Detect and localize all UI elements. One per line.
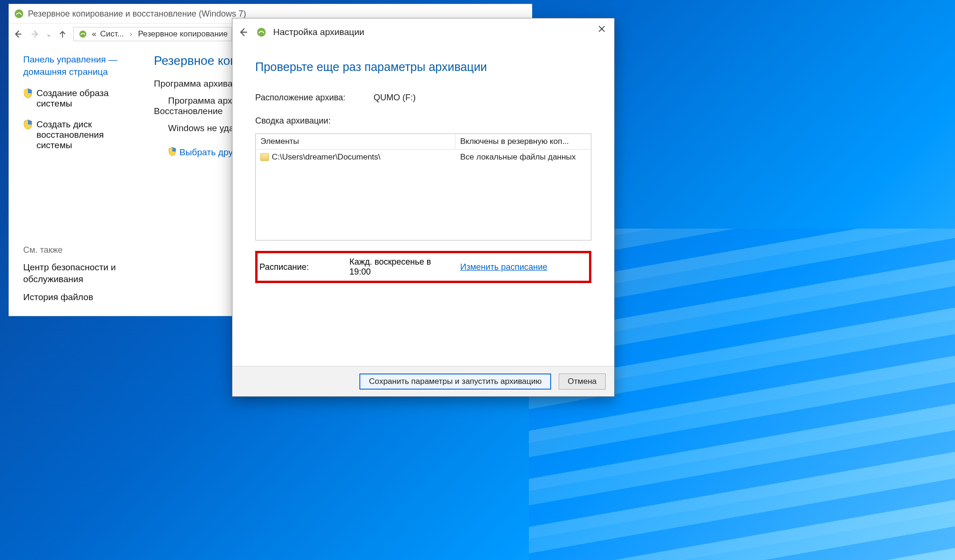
wizard-back-button[interactable]	[237, 26, 250, 38]
shield-icon	[168, 147, 178, 157]
nav-forward-button[interactable]	[29, 28, 41, 40]
col-included[interactable]: Включены в резервную коп...	[455, 134, 591, 149]
control-panel-home-link[interactable]: Панель управления — домашняя страница	[23, 53, 141, 78]
summary-header-row: Элементы Включены в резервную коп...	[256, 134, 591, 150]
summary-item-path: C:\Users\dreamer\Documents\	[272, 152, 381, 162]
task-create-recovery-disk[interactable]: Создать диск восстановления системы	[23, 119, 141, 151]
left-pane: Панель управления — домашняя страница Со…	[9, 44, 151, 316]
breadcrumb-seg1[interactable]: Сист...	[100, 29, 124, 39]
breadcrumb-prefix: «	[92, 29, 96, 39]
task-label: Создать диск восстановления системы	[36, 119, 141, 151]
wizard-title: Настройка архивации	[273, 27, 364, 37]
svg-point-0	[15, 9, 23, 18]
backup-location-value: QUMO (F:)	[374, 93, 591, 103]
address-field[interactable]: « Сист... › Резервное копирование	[73, 27, 232, 41]
wizard-header: Настройка архивации	[232, 18, 614, 46]
summary-item-included: Все локальные файлы данных	[455, 150, 591, 165]
task-label: Создание образа системы	[36, 88, 141, 109]
summary-label: Сводка архивации:	[255, 116, 591, 126]
see-also-link-security[interactable]: Центр безопасности и обслуживания	[23, 262, 141, 285]
backup-location-key: Расположение архива:	[255, 93, 374, 103]
breadcrumb-seg2[interactable]: Резервное копирование	[138, 29, 228, 39]
see-also-section: См. также Центр безопасности и обслужива…	[23, 245, 141, 310]
summary-row[interactable]: C:\Users\dreamer\Documents\ Все локальны…	[256, 150, 591, 165]
shield-icon	[23, 119, 33, 130]
schedule-row-highlight: Расписание: Кажд. воскресенье в 19:00 Из…	[255, 251, 591, 283]
wizard-footer: Сохранить параметры и запустить архиваци…	[232, 366, 614, 396]
backup-center-icon	[256, 27, 267, 37]
breadcrumb-chevron-icon[interactable]: ›	[128, 29, 134, 39]
col-items[interactable]: Элементы	[256, 134, 455, 149]
nav-history-dropdown[interactable]: ⌄	[46, 30, 52, 38]
schedule-key: Расписание:	[259, 262, 348, 272]
wizard-body: Проверьте еще раз параметры архивации Ра…	[232, 46, 614, 366]
folder-icon	[260, 153, 269, 161]
cancel-button[interactable]: Отмена	[559, 373, 606, 390]
choose-another-backup-label: Выбрать дру	[179, 147, 233, 157]
svg-point-4	[80, 30, 87, 37]
see-also-link-filehistory[interactable]: История файлов	[23, 292, 141, 303]
wizard-heading: Проверьте еще раз параметры архивации	[255, 60, 591, 74]
nav-up-button[interactable]	[56, 28, 69, 40]
backup-center-icon	[78, 29, 88, 39]
see-also-header: См. также	[23, 245, 141, 255]
change-schedule-link[interactable]: Изменить расписание	[460, 262, 547, 272]
shield-icon	[23, 88, 33, 98]
window-title: Резервное копирование и восстановление (…	[28, 9, 246, 19]
choose-another-backup-link[interactable]: Выбрать дру	[168, 147, 233, 157]
save-and-run-button[interactable]: Сохранить параметры и запустить архиваци…	[359, 373, 551, 390]
close-button[interactable]	[592, 21, 611, 36]
backup-wizard-dialog: Настройка архивации Проверьте еще раз па…	[232, 18, 615, 397]
backup-center-icon	[14, 9, 24, 19]
nav-back-button[interactable]	[12, 28, 24, 40]
summary-list[interactable]: Элементы Включены в резервную коп... C:\…	[255, 133, 591, 240]
schedule-value: Кажд. воскресенье в 19:00	[349, 257, 455, 277]
svg-point-7	[257, 28, 266, 36]
task-create-system-image[interactable]: Создание образа системы	[23, 88, 141, 109]
